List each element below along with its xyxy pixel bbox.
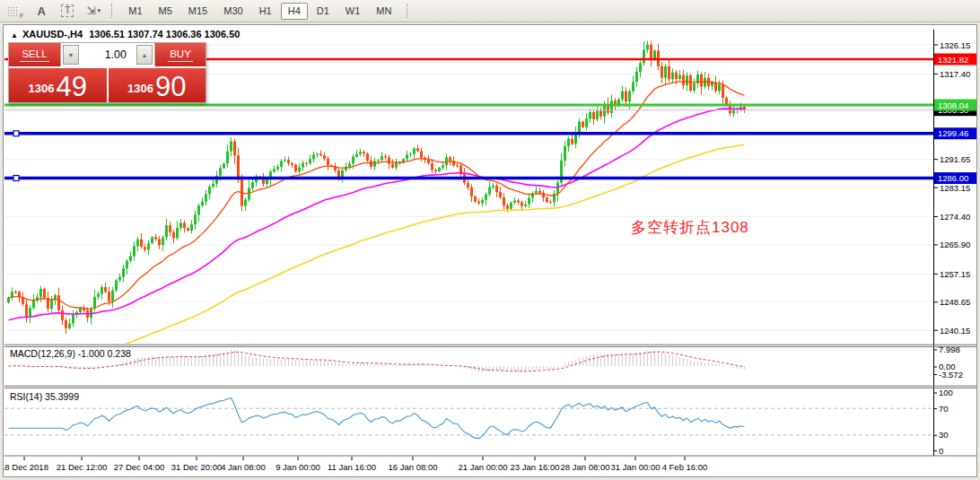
timeframe-button-h1[interactable]: H1 bbox=[252, 3, 279, 20]
volume-up-button[interactable]: ▲ bbox=[136, 45, 153, 65]
time-label: 16 Jan 08:00 bbox=[389, 462, 438, 472]
line-handle[interactable] bbox=[13, 176, 19, 181]
sell-button[interactable]: SELL bbox=[9, 43, 60, 66]
symbol-period-label: XAUUSD-,H4 bbox=[22, 29, 83, 39]
time-label: 21 Jan 00:00 bbox=[459, 462, 508, 472]
timeframe-button-d1[interactable]: D1 bbox=[310, 3, 337, 20]
timeframe-button-m15[interactable]: M15 bbox=[181, 3, 214, 20]
timeframe-bar: M1M5M15M30H1H4D1W1MN bbox=[120, 2, 399, 20]
time-label: 4 Feb 16:00 bbox=[662, 462, 708, 472]
volume-down-button[interactable]: ▼ bbox=[63, 45, 79, 65]
price-tick-label: 1248.65 bbox=[940, 297, 970, 307]
mt4-window: F A T ⇲ ▾ M1M5M15M30H1H4D1W1MN 1326.1513… bbox=[0, 0, 980, 480]
arrow-tools-button[interactable]: ⇲ ▾ bbox=[83, 2, 104, 20]
time-label: 21 Dec 12:00 bbox=[57, 462, 108, 472]
letter-a-icon: A bbox=[38, 4, 46, 18]
ohlc-values: 1306.51 1307.74 1306.36 1306.50 bbox=[89, 29, 240, 39]
price-tick-label: 1291.65 bbox=[940, 154, 970, 164]
line-handle[interactable] bbox=[13, 131, 19, 136]
time-label: 23 Jan 16:00 bbox=[511, 462, 560, 472]
timeframe-button-mn[interactable]: MN bbox=[369, 3, 398, 20]
timeframe-button-m30[interactable]: M30 bbox=[216, 3, 249, 20]
price-tick-label: 1257.15 bbox=[940, 269, 970, 279]
ma-medium-line bbox=[9, 109, 745, 320]
volume-input[interactable]: 1.00 bbox=[81, 43, 135, 66]
ma-fast-line bbox=[9, 82, 745, 310]
timeframe-button-m1[interactable]: M1 bbox=[121, 3, 149, 20]
text-label-button[interactable]: A bbox=[31, 2, 52, 20]
trade-panel-row2: 130649 130690 bbox=[9, 66, 206, 102]
indicator-grid-button[interactable]: F bbox=[4, 2, 26, 20]
sell-price-display[interactable]: 130649 bbox=[9, 68, 107, 102]
macd-indicator-label: MACD(12,26,9) -1.000 0.238 bbox=[10, 348, 131, 359]
macd-axis-label: 7.998 bbox=[939, 345, 960, 354]
chart-title: ▲XAUUSD-,H41306.51 1307.74 1306.36 1306.… bbox=[11, 29, 240, 39]
price-tick-label: 1317.40 bbox=[940, 69, 970, 79]
time-label: 9 Jan 00:00 bbox=[276, 462, 320, 472]
rsi-axis-label: 100 bbox=[939, 388, 953, 397]
toolbar-separator bbox=[407, 4, 408, 18]
rsi-axis-label: 70 bbox=[939, 404, 949, 414]
caret-down-icon: ▾ bbox=[98, 7, 101, 14]
letter-t-icon: T bbox=[61, 4, 74, 17]
grid-dots-icon bbox=[7, 6, 19, 16]
price-badge-label: 1308.04 bbox=[938, 100, 968, 110]
rsi-indicator-label: RSI(14) 35.3999 bbox=[10, 391, 79, 402]
time-label: 31 Jan 00:00 bbox=[611, 462, 661, 472]
volume-control: ▼ 1.00 ▲ bbox=[60, 43, 155, 66]
macd-axis-label: -3.572 bbox=[939, 370, 963, 380]
time-label: 4 Jan 08:00 bbox=[221, 462, 266, 472]
time-label: 31 Dec 20:00 bbox=[171, 462, 223, 472]
price-tick-label: 1265.90 bbox=[940, 240, 970, 249]
chart-annotation[interactable]: 多空转折点1308 bbox=[631, 217, 749, 238]
timeframe-button-m5[interactable]: M5 bbox=[152, 3, 179, 20]
toolbar: F A T ⇲ ▾ M1M5M15M30H1H4D1W1MN bbox=[0, 0, 980, 22]
rsi-axis-label: 30 bbox=[939, 430, 949, 440]
timeframe-button-h4[interactable]: H4 bbox=[281, 3, 308, 20]
rsi-axis-label: 0 bbox=[939, 446, 943, 456]
price-tick-label: 1283.15 bbox=[940, 183, 970, 193]
buy-button[interactable]: BUY bbox=[155, 43, 206, 66]
time-label: 11 Jan 16:00 bbox=[328, 462, 376, 472]
trade-panel-row1: SELL ▼ 1.00 ▲ BUY bbox=[9, 43, 206, 66]
time-label: 18 Dec 2018 bbox=[4, 462, 48, 472]
time-label: 27 Dec 04:00 bbox=[114, 462, 165, 472]
toolbar-separator bbox=[111, 4, 113, 18]
price-tick-label: 1240.15 bbox=[940, 326, 970, 336]
price-badge-label: 1286.00 bbox=[938, 173, 968, 183]
price-badge-label: 1321.82 bbox=[938, 55, 968, 65]
buy-price-display[interactable]: 130690 bbox=[109, 68, 206, 102]
time-label: 28 Jan 08:00 bbox=[561, 462, 610, 472]
text-box-button[interactable]: T bbox=[57, 2, 78, 20]
one-click-trade-panel: SELL ▼ 1.00 ▲ BUY 130649 130690 bbox=[8, 42, 206, 103]
arrow-tools-icon: ⇲ bbox=[86, 4, 95, 17]
price-tick-label: 1326.15 bbox=[940, 40, 970, 50]
timeframe-button-w1[interactable]: W1 bbox=[338, 3, 368, 20]
price-tick-label: 1274.40 bbox=[940, 212, 970, 222]
collapse-arrow-icon[interactable]: ▲ bbox=[11, 31, 18, 39]
grid-f-label: F bbox=[20, 13, 23, 19]
price-badge-label: 1299.46 bbox=[938, 128, 968, 138]
rsi-line bbox=[9, 397, 745, 438]
